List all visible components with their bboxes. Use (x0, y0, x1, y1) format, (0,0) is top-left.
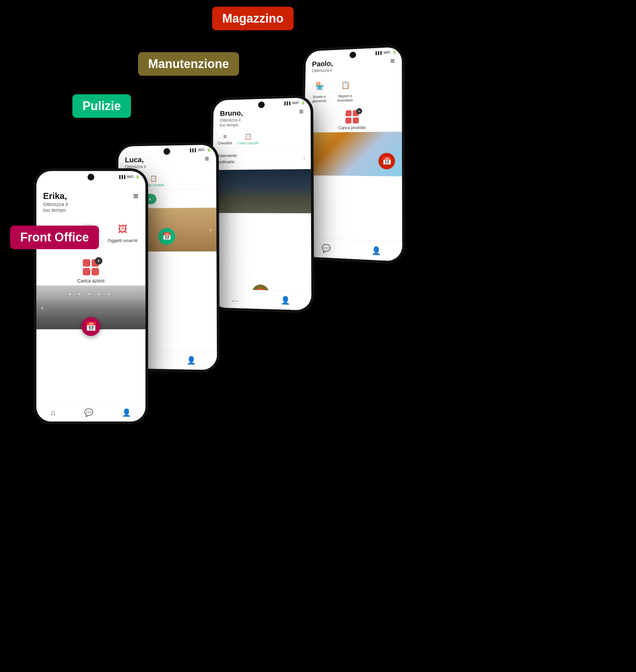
report-icon: 📋 (338, 78, 353, 93)
load-actions-grid[interactable]: + (83, 259, 99, 275)
fab-magazzino[interactable]: 📅 (378, 153, 395, 169)
profile-nav-4[interactable]: 👤 (371, 246, 381, 256)
magazzino-label: Magazzino (212, 7, 294, 30)
oggetti-item[interactable]: 🖼 Oggetti smarriti (108, 221, 137, 249)
scorte-icon-item[interactable]: 🏪 Scorte egiacenze (310, 79, 329, 104)
plus-badge-4: + (356, 108, 362, 114)
tab-checklist-3[interactable]: ≡ Checklist (218, 133, 232, 146)
subtitle-1a: Ottimizza il (43, 201, 68, 207)
load-product-label: Carica prodotto (338, 125, 366, 131)
greeting-2: Luca, (125, 156, 146, 165)
checklist-icon-3: ≡ (223, 133, 226, 140)
greeting-4: Paolo, (312, 59, 333, 68)
load-product-grid[interactable]: + (345, 110, 359, 123)
rope-image: 📅 (212, 169, 311, 213)
tab-checklist-label-3: Checklist (218, 141, 232, 145)
tab-compiti-label-3: I miei compiti (237, 141, 259, 145)
front-office-phone: ▐▐▐WiFi🔋 Erika, Ottimizza il tuo tempo ≡… (34, 168, 148, 424)
compiti-icon-2: 📋 (150, 175, 157, 182)
dots-nav-3[interactable]: … (231, 294, 239, 303)
report-icon-item[interactable]: 📋 Report einventario (336, 78, 355, 103)
greeting-3: Bruno, (220, 109, 243, 118)
subtitle-3a: Ottimizza il (220, 118, 243, 123)
chat-nav-1[interactable]: 💬 (84, 408, 93, 417)
chat-nav-4[interactable]: 💬 (321, 244, 331, 253)
bottom-nav-3: … 👤 (211, 289, 312, 311)
profile-nav-2[interactable]: 👤 (186, 356, 196, 365)
tabs-bar-3: ≡ Checklist 📋 I miei compiti (213, 129, 311, 149)
load-actions-section: + Carica azioni (36, 254, 145, 285)
hamburger-3[interactable]: ≡ (299, 107, 304, 116)
hotel-lobby-area: ‹ 📅 (36, 285, 145, 329)
load-product-section: + Carica prodotto (304, 104, 402, 133)
profile-nav-1[interactable]: 👤 (122, 408, 131, 417)
task-label-3: Interventoordinario (218, 152, 305, 165)
hamburger-4[interactable]: ≡ (390, 57, 395, 65)
subtitle-1b: tuo tempo (43, 207, 68, 213)
greeting-1: Erika, (43, 191, 68, 201)
pulizie-label: Pulizie (73, 94, 131, 118)
scorte-icon: 🏪 (313, 79, 326, 93)
home-nav-1[interactable]: ⌂ (51, 408, 55, 417)
tab-compiti-3[interactable]: 📋 I miei compiti (237, 133, 259, 145)
compiti-icon-3: 📋 (244, 133, 252, 140)
oggetti-label: Oggetti smarriti (108, 238, 137, 243)
plus-badge-1: + (95, 257, 102, 264)
fab-front-office[interactable]: 📅 (81, 317, 100, 336)
load-actions-label: Carica azioni (77, 278, 105, 283)
manutenzione-phone: ▐▐▐WiFi🔋 Bruno, Ottimizza il tuo tempo ≡… (208, 95, 315, 313)
chevron-pulizie[interactable]: › (210, 226, 212, 234)
container-image: 📅 (303, 132, 402, 176)
fab-pulizie[interactable]: 📅 (158, 228, 175, 245)
task-item-manutenzione[interactable]: Interventoordinario › (213, 147, 311, 170)
subtitle-4: Ottimizza il (312, 68, 333, 73)
hamburger-1[interactable]: ≡ (133, 191, 139, 201)
front-office-label: Front Office (10, 225, 99, 249)
bottom-nav-1: ⌂ 💬 👤 (36, 403, 145, 421)
report-label: Report einventario (337, 94, 353, 103)
hamburger-2[interactable]: ≡ (205, 154, 210, 163)
manutenzione-label: Manutenzione (138, 52, 239, 76)
oggetti-icon: 🖼 (115, 221, 130, 236)
bottom-nav-4: 💬 👤 (302, 238, 402, 262)
phone-notch-1 (87, 174, 94, 180)
arrow-left-1[interactable]: ‹ (41, 304, 43, 312)
scorte-label: Scorte egiacenze (312, 95, 326, 103)
magazzino-phone: ▐▐▐WiFi🔋 Paolo, Ottimizza il ≡ 🏪 Scorte … (299, 44, 405, 264)
chevron-right-3: › (303, 155, 305, 162)
profile-nav-3[interactable]: 👤 (281, 296, 290, 305)
subtitle-3b: tuo tempo (220, 122, 243, 127)
